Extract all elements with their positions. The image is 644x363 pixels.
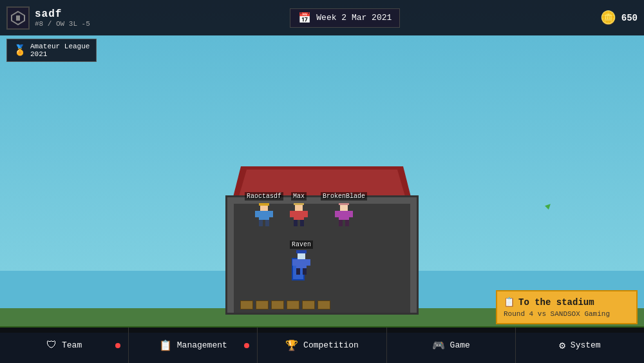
date-box: 📅 Week 2 Mar 2021 xyxy=(290,8,400,28)
competition-nav-icon: 🏆 xyxy=(285,339,298,352)
nav-game-label: Game xyxy=(450,340,470,350)
league-year: 2021 xyxy=(30,50,90,58)
char-raven-label: Raven xyxy=(290,240,313,249)
team-logo xyxy=(6,6,30,30)
desk-6 xyxy=(317,300,330,309)
desk-2 xyxy=(256,300,269,309)
game-nav-icon: 🎮 xyxy=(432,339,445,352)
svg-rect-26 xyxy=(296,268,300,275)
notification-box[interactable]: 📋 To the stadium Round 4 vs SANDSOX Gami… xyxy=(496,290,638,324)
team-name: sadf xyxy=(35,8,90,20)
svg-rect-24 xyxy=(296,250,307,253)
date-text: Week 2 Mar 2021 xyxy=(316,13,392,23)
nav-game[interactable]: 🎮 Game xyxy=(387,328,516,363)
char-brokenblade-label: BrokenBlade xyxy=(321,192,367,201)
character-raoc: Raoctasdf xyxy=(245,192,283,230)
desk-row xyxy=(240,300,330,309)
desk-3 xyxy=(271,300,284,309)
nav-team-label: Team xyxy=(62,340,82,350)
characters-container: Raoctasdf Max Broke xyxy=(225,192,419,295)
char-max-label: Max xyxy=(291,192,307,201)
svg-rect-6 xyxy=(265,220,269,226)
team-notification-dot xyxy=(115,343,120,348)
management-notification-dot xyxy=(244,343,249,348)
desk-4 xyxy=(287,300,299,309)
league-info: Amateur League 2021 xyxy=(30,43,90,58)
svg-rect-27 xyxy=(303,268,307,275)
bottom-nav: 🛡 Team 📋 Management 🏆 Competition 🎮 Game… xyxy=(0,328,644,363)
league-name: Amateur League xyxy=(30,43,90,50)
desk-1 xyxy=(240,300,253,309)
nav-team[interactable]: 🛡 Team xyxy=(0,328,129,363)
league-badge[interactable]: 🏅 Amateur League 2021 xyxy=(6,39,97,62)
nav-competition[interactable]: 🏆 Competition xyxy=(258,328,386,363)
top-bar-left: sadf #8 / OW 3L -5 xyxy=(6,6,90,30)
system-nav-icon: ⚙ xyxy=(559,339,565,352)
nav-competition-label: Competition xyxy=(303,340,359,350)
svg-rect-21 xyxy=(335,211,339,217)
team-stats: #8 / OW 3L -5 xyxy=(35,20,90,28)
character-brokenblade: BrokenBlade xyxy=(321,192,367,230)
notification-title: To the stadium xyxy=(518,297,594,308)
svg-rect-5 xyxy=(259,220,263,226)
nav-management-label: Management xyxy=(177,340,227,350)
svg-rect-8 xyxy=(269,211,273,217)
svg-rect-7 xyxy=(255,211,259,217)
top-bar: sadf #8 / OW 3L -5 📅 Week 2 Mar 2021 🪙 6… xyxy=(0,0,644,35)
nav-system-label: System xyxy=(571,340,601,350)
management-nav-icon: 📋 xyxy=(159,339,172,352)
svg-rect-12 xyxy=(294,220,298,226)
svg-rect-1 xyxy=(16,15,20,21)
character-max: Max xyxy=(290,192,308,230)
char-raoc-label: Raoctasdf xyxy=(245,192,283,201)
nav-management[interactable]: 📋 Management xyxy=(129,328,258,363)
league-icon: 🏅 xyxy=(14,44,26,57)
svg-rect-28 xyxy=(292,259,296,266)
currency-amount: 650 xyxy=(621,13,638,23)
top-bar-center: 📅 Week 2 Mar 2021 xyxy=(90,8,600,28)
svg-rect-3 xyxy=(259,203,269,206)
svg-rect-17 xyxy=(339,203,349,205)
top-bar-right: 🪙 650 xyxy=(600,10,638,26)
svg-rect-4 xyxy=(259,211,269,220)
character-raven: Raven xyxy=(290,240,313,279)
svg-rect-25 xyxy=(296,259,307,268)
calendar-icon: 📅 xyxy=(298,12,311,25)
svg-rect-29 xyxy=(307,259,310,266)
nav-system[interactable]: ⚙ System xyxy=(516,328,644,363)
notification-subtitle: Round 4 vs SANDSOX Gaming xyxy=(504,310,630,318)
notification-title-row: 📋 To the stadium xyxy=(504,297,630,308)
svg-rect-11 xyxy=(294,211,304,220)
svg-rect-13 xyxy=(300,220,304,226)
svg-rect-15 xyxy=(304,211,308,217)
svg-rect-19 xyxy=(339,220,343,226)
svg-rect-14 xyxy=(290,211,294,217)
svg-rect-18 xyxy=(339,211,349,220)
svg-rect-22 xyxy=(349,211,353,217)
svg-rect-20 xyxy=(345,220,349,226)
team-info: sadf #8 / OW 3L -5 xyxy=(35,8,90,28)
team-nav-icon: 🛡 xyxy=(46,339,57,351)
coin-icon: 🪙 xyxy=(600,10,616,26)
desk-5 xyxy=(302,300,315,309)
svg-rect-10 xyxy=(294,203,304,205)
notification-icon: 📋 xyxy=(504,297,515,308)
